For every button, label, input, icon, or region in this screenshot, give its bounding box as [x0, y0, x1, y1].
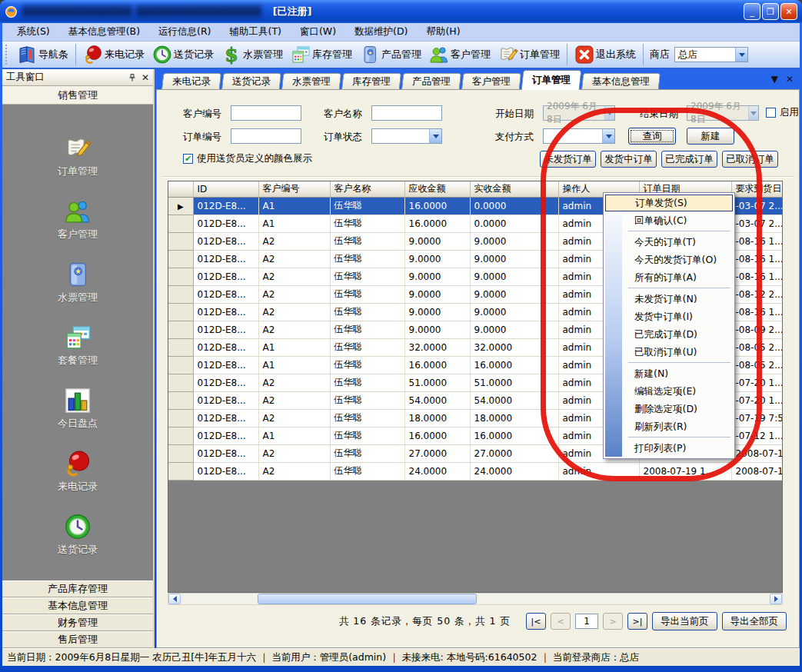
horizontal-scrollbar[interactable]: [168, 593, 783, 605]
next-page-button[interactable]: >: [603, 613, 623, 630]
order-no-input[interactable]: [231, 128, 301, 144]
menu-item[interactable]: 辅助工具(T): [221, 24, 290, 40]
row-indicator[interactable]: [168, 338, 193, 356]
row-indicator[interactable]: [168, 197, 193, 215]
sidebar-item[interactable]: 客户管理: [58, 198, 98, 241]
row-indicator[interactable]: [168, 285, 193, 303]
export-current-page-button[interactable]: 导出当前页: [652, 612, 717, 630]
sidebar-group-bar[interactable]: 产品库存管理: [2, 581, 153, 597]
delivery-color-checkbox[interactable]: ✔: [183, 154, 193, 164]
enable-checkbox[interactable]: [766, 108, 776, 118]
shop-select[interactable]: 总店: [674, 47, 748, 62]
query-button[interactable]: 查询: [628, 128, 676, 145]
end-date-picker[interactable]: 2009年 6月 8日: [687, 105, 759, 121]
tab[interactable]: 送货记录: [221, 73, 281, 90]
menu-item[interactable]: 运行信息(R): [150, 24, 219, 40]
sidebar-group-bar[interactable]: 基本信息管理: [2, 597, 153, 614]
column-header-received[interactable]: 实收金额: [470, 181, 558, 197]
context-menu-item[interactable]: 编辑选定项(E): [605, 382, 733, 400]
toolbar-button[interactable]: 订单管理: [494, 42, 564, 67]
pin-icon[interactable]: [128, 73, 137, 82]
sidebar-item[interactable]: 套餐管理: [58, 324, 98, 368]
order-status-select[interactable]: [371, 128, 442, 144]
toolbar-button[interactable]: 来电记录: [79, 42, 148, 67]
export-all-pages-button[interactable]: 导出全部页: [722, 612, 787, 630]
scroll-right-icon[interactable]: [770, 594, 782, 604]
tab[interactable]: 来电记录: [161, 73, 221, 90]
last-page-button[interactable]: >|: [627, 613, 647, 630]
tab-scroll-icon[interactable]: ▼: [771, 74, 778, 85]
toolbar-button[interactable]: [643, 44, 644, 65]
prev-page-button[interactable]: <: [551, 613, 571, 630]
row-indicator[interactable]: [168, 409, 193, 427]
row-indicator[interactable]: [168, 462, 193, 480]
toolbar-button[interactable]: [567, 44, 567, 65]
row-indicator[interactable]: [168, 374, 193, 391]
column-header-customer-name[interactable]: 客户名称: [330, 181, 404, 197]
sidebar-group-sales[interactable]: 销售管理: [2, 86, 153, 105]
context-menu-item[interactable]: 订单发货(S): [605, 195, 733, 211]
context-menu-item[interactable]: 删除选定项(D): [605, 400, 733, 418]
sidebar-group-bar[interactable]: 售后管理: [2, 631, 153, 648]
tab[interactable]: 客户管理: [461, 73, 521, 90]
tab[interactable]: 库存管理: [341, 73, 401, 90]
toolbar-button[interactable]: 库存管理: [287, 42, 356, 67]
tab-close-icon[interactable]: ✕: [786, 74, 794, 85]
tab[interactable]: 产品管理: [401, 73, 461, 90]
table-row[interactable]: 012D-E8... A2 伍华聪 24.0000 24.0000 admin …: [168, 462, 783, 480]
toolbar-button[interactable]: [75, 44, 76, 65]
customer-name-input[interactable]: [371, 105, 442, 121]
chevron-down-icon[interactable]: [735, 48, 747, 62]
sidebar-group-bar[interactable]: 财务管理: [2, 614, 153, 631]
maximize-button[interactable]: ❒: [762, 3, 779, 20]
column-header-customer-no[interactable]: 客户编号: [258, 181, 330, 197]
toolbar-button[interactable]: $ 水票管理: [218, 42, 287, 67]
row-indicator[interactable]: [168, 321, 193, 338]
first-page-button[interactable]: |<: [526, 613, 546, 630]
close-button[interactable]: ✕: [780, 3, 797, 20]
customer-no-input[interactable]: [231, 105, 301, 121]
tool-window-close-icon[interactable]: ✕: [141, 72, 149, 83]
tab[interactable]: 基本信息管理: [581, 73, 661, 90]
sidebar-item[interactable]: 今日盘点: [58, 387, 98, 431]
new-button[interactable]: 新建: [687, 128, 734, 145]
context-menu-item[interactable]: 已完成订单(D): [605, 325, 733, 343]
row-indicator[interactable]: [168, 303, 193, 321]
context-menu-item[interactable]: 发货中订单(I): [605, 308, 733, 325]
sidebar-item[interactable]: 订单管理: [58, 135, 98, 178]
context-menu-item[interactable]: 今天的订单(T): [605, 233, 733, 251]
context-menu-item[interactable]: 已取消订单(U): [605, 343, 733, 361]
toolbar-button[interactable]: 送货记录: [148, 42, 218, 67]
toolbar-button[interactable]: ★ 产品管理: [356, 42, 425, 67]
menu-item[interactable]: 数据维护(D): [346, 24, 416, 40]
chevron-down-icon[interactable]: [602, 129, 614, 143]
row-indicator[interactable]: [168, 427, 193, 444]
title-bar[interactable]: ██████████████ ████████████████ [已注册] _ …: [0, 0, 802, 23]
row-indicator[interactable]: [168, 232, 193, 250]
column-header-required-date[interactable]: 要求到货日期: [731, 181, 783, 197]
menu-item[interactable]: 窗口(W): [291, 24, 344, 40]
toolbar-button[interactable]: 导航条: [13, 42, 72, 67]
scrollbar-thumb[interactable]: [258, 594, 477, 604]
scroll-left-icon[interactable]: [168, 594, 181, 604]
menu-item[interactable]: 基本信息管理(B): [60, 24, 148, 40]
row-indicator[interactable]: [168, 268, 193, 285]
column-header-id[interactable]: ID: [193, 181, 258, 197]
context-menu-item[interactable]: 回单确认(C): [605, 211, 733, 229]
pay-method-select[interactable]: [543, 128, 615, 144]
toolbar-button[interactable]: 客户管理: [425, 42, 494, 67]
menu-item[interactable]: 系统(S): [8, 24, 58, 40]
row-indicator[interactable]: [168, 391, 193, 409]
status-filter-button[interactable]: 已完成订单: [661, 151, 717, 168]
context-menu-item[interactable]: 新建(N): [605, 364, 733, 382]
tab[interactable]: 水票管理: [281, 73, 341, 90]
status-filter-button[interactable]: 已取消订单: [722, 151, 778, 168]
context-menu-item[interactable]: 未发货订单(N): [605, 290, 733, 308]
menu-item[interactable]: 帮助(H): [418, 24, 468, 40]
column-header-receivable[interactable]: 应收金额: [404, 181, 470, 197]
sidebar-item[interactable]: ★ 水票管理: [58, 261, 98, 304]
context-menu-item[interactable]: 今天的发货订单(O): [605, 251, 733, 268]
sidebar-item[interactable]: 来电记录: [58, 450, 98, 494]
row-indicator[interactable]: [168, 250, 193, 268]
context-menu-item[interactable]: 刷新列表(R): [605, 418, 733, 435]
